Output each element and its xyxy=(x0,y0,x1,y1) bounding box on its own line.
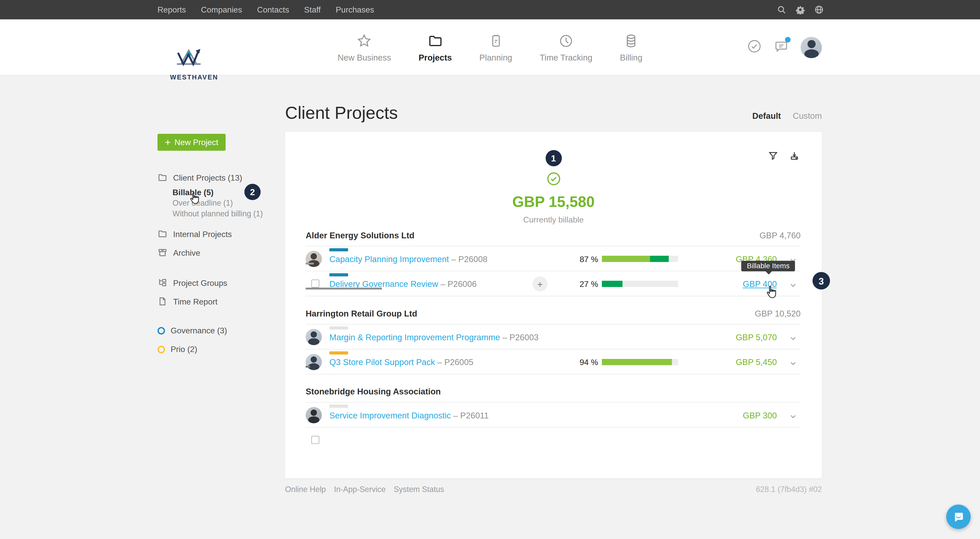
top-menu: Reports Companies Contacts Staff Purchas… xyxy=(158,0,374,19)
status-chip xyxy=(329,248,348,251)
new-project-label: New Project xyxy=(174,137,218,147)
globe-icon[interactable] xyxy=(814,5,824,14)
search-icon[interactable] xyxy=(777,5,786,14)
project-link[interactable]: Margin & Reporting Improvement Programme xyxy=(329,333,500,342)
user-avatar[interactable] xyxy=(801,37,822,58)
client-name: Stonebridge Housing Association xyxy=(305,387,441,397)
progress-bar xyxy=(602,359,678,365)
progress-percent: 87 % xyxy=(554,254,598,264)
sidebar-item-time-report[interactable]: Time Report xyxy=(158,296,218,306)
client-total: GBP 4,760 xyxy=(759,231,800,240)
add-button[interactable]: + xyxy=(532,276,547,292)
menu-item-purchases[interactable]: Purchases xyxy=(336,5,374,14)
menu-item-reports[interactable]: Reports xyxy=(158,5,186,14)
nav-projects[interactable]: Projects xyxy=(418,33,452,62)
tag-circle-icon xyxy=(158,327,165,334)
nav-new-business[interactable]: New Business xyxy=(337,33,391,62)
row-amount: GBP 5,450 xyxy=(708,358,777,367)
nav-label: Projects xyxy=(418,53,452,62)
avatar[interactable] xyxy=(305,251,322,267)
tooltip: Billable Items xyxy=(741,261,795,271)
billable-summary: 1 GBP 15,580 Currently billable xyxy=(285,132,822,224)
filter-over-deadline[interactable]: Over deadline (1) xyxy=(173,199,233,207)
gear-icon[interactable] xyxy=(795,5,805,14)
sidebar-item-label: Project Groups xyxy=(173,278,227,287)
progress-percent: 94 % xyxy=(554,358,598,367)
row-amount: GBP 5,070 xyxy=(708,333,777,342)
brand-logo[interactable]: WESTHAVEN xyxy=(170,46,208,81)
nav-time-tracking[interactable]: Time Tracking xyxy=(540,33,592,62)
project-list: Alder Energy Solutions Ltd GBP 4,760 Cap… xyxy=(285,225,822,452)
menu-item-companies[interactable]: Companies xyxy=(201,5,242,14)
plus-icon: + xyxy=(165,137,171,147)
tab-custom[interactable]: Custom xyxy=(793,112,822,121)
progress-segment xyxy=(602,281,622,287)
sidebar-tag-prio[interactable]: Prio (2) xyxy=(158,344,197,354)
row-checkbox[interactable] xyxy=(311,279,320,288)
project-row: Service Improvement Diagnostic – P26011 … xyxy=(305,402,801,427)
client-group-header: Alder Energy Solutions Ltd GBP 4,760 xyxy=(305,225,801,246)
support-chat-button[interactable] xyxy=(946,504,970,529)
chevron-down-icon[interactable] xyxy=(789,359,797,370)
project-code: – P26011 xyxy=(453,411,489,420)
notification-dot xyxy=(785,37,791,42)
footer-link-system-status[interactable]: System Status xyxy=(394,485,444,494)
filter-without-planned-billing[interactable]: Without planned billing (1) xyxy=(173,209,263,218)
new-project-button[interactable]: + New Project xyxy=(158,134,226,151)
sidebar-item-internal-projects[interactable]: Internal Projects xyxy=(158,229,232,239)
chevron-down-icon[interactable] xyxy=(789,411,797,423)
filter-icon[interactable] xyxy=(768,151,778,163)
main-nav: New Business Projects Planning Time Trac… xyxy=(337,19,643,76)
nav-label: New Business xyxy=(337,53,391,62)
nav-planning[interactable]: Planning xyxy=(479,33,512,62)
avatar[interactable] xyxy=(305,407,322,423)
project-code: – P26005 xyxy=(437,358,473,367)
folder-icon xyxy=(158,229,167,239)
menu-item-staff[interactable]: Staff xyxy=(304,5,321,14)
sidebar-item-label: Internal Projects xyxy=(173,229,232,239)
download-icon[interactable] xyxy=(789,151,799,163)
nav-billing[interactable]: Billing xyxy=(620,33,643,62)
sidebar-item-client-projects[interactable]: Client Projects (13) xyxy=(158,173,242,183)
project-link[interactable]: Capacity Planning Improvement xyxy=(329,254,449,264)
footer-links: Online Help In-App-Service System Status xyxy=(285,485,444,494)
brand-name: WESTHAVEN xyxy=(170,73,208,80)
clock-icon xyxy=(558,33,574,49)
header-right xyxy=(747,19,822,76)
check-circle-icon xyxy=(546,171,561,189)
sidebar-tag-governance[interactable]: Governance (3) xyxy=(158,326,227,335)
budget-marker xyxy=(305,263,314,265)
sidebar-item-project-groups[interactable]: Project Groups xyxy=(158,277,227,288)
folder-icon xyxy=(158,173,167,183)
progress-percent: 27 % xyxy=(554,279,598,289)
avatar[interactable] xyxy=(305,354,322,370)
project-row: Margin & Reporting Improvement Programme… xyxy=(305,324,801,349)
row-checkbox[interactable] xyxy=(311,436,320,444)
chevron-down-icon[interactable] xyxy=(789,280,797,292)
avatar[interactable] xyxy=(305,329,322,345)
nav-label: Time Tracking xyxy=(540,53,592,62)
sidebar-item-label: Archive xyxy=(173,248,200,257)
progress-bar xyxy=(602,281,678,287)
view-tabs: Default Custom xyxy=(752,112,822,121)
row-amount: GBP 300 xyxy=(708,411,777,420)
annotation-badge-3: 3 xyxy=(813,272,830,290)
budget-marker xyxy=(305,366,310,368)
menu-item-contacts[interactable]: Contacts xyxy=(257,5,289,14)
project-link[interactable]: Q3 Store Pilot Support Pack xyxy=(329,358,435,367)
check-circle-icon[interactable] xyxy=(747,39,762,56)
top-bar-icons xyxy=(777,0,824,19)
annotation-badge-2: 2 xyxy=(244,184,261,200)
sidebar-item-label: Governance (3) xyxy=(170,326,227,335)
project-link[interactable]: Service Improvement Diagnostic xyxy=(329,411,451,420)
budget-marker xyxy=(305,288,382,289)
chevron-down-icon[interactable] xyxy=(789,333,797,344)
sidebar-item-archive[interactable]: Archive xyxy=(158,247,200,257)
footer-link-in-app-service[interactable]: In-App-Service xyxy=(334,485,385,494)
archive-icon xyxy=(158,247,167,257)
project-code: – P26006 xyxy=(441,279,477,289)
chat-icon[interactable] xyxy=(774,39,789,56)
tab-default[interactable]: Default xyxy=(752,112,781,121)
card-toolbar xyxy=(768,151,799,163)
footer-link-online-help[interactable]: Online Help xyxy=(285,485,326,494)
